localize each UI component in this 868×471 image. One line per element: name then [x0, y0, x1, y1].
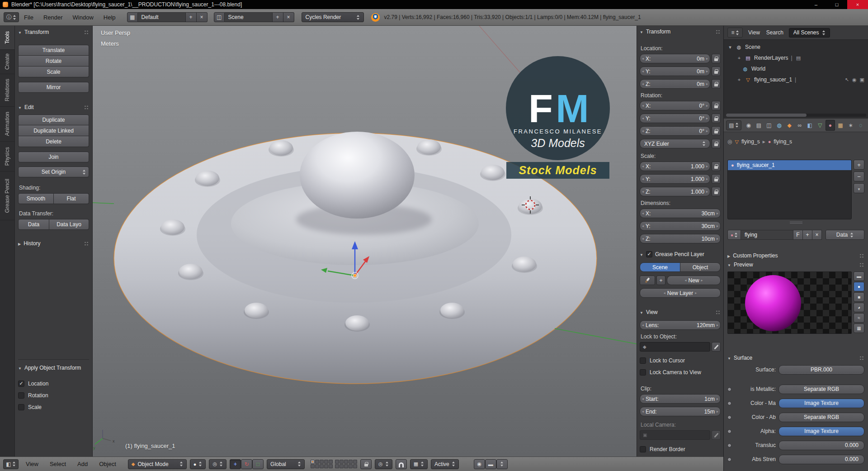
tab-animation[interactable]: Animation [0, 107, 14, 142]
tab-render[interactable]: ◉ [744, 120, 754, 131]
mode-dropdown[interactable]: ◆ Object Mode [128, 459, 187, 469]
tab-object[interactable]: ◆ [784, 120, 794, 131]
breadcrumb-object[interactable]: flying_s [741, 138, 760, 145]
browse-material-button[interactable]: ● [727, 230, 741, 240]
eyedropper-button[interactable] [712, 430, 721, 440]
scale-z-field[interactable]: Z:1.000 [640, 187, 710, 196]
tab-tools[interactable]: Tools [0, 26, 14, 50]
shade-flat-button[interactable]: Flat [54, 193, 89, 204]
manipulator-rotate-toggle[interactable]: ↻ [241, 459, 252, 469]
tab-physics[interactable]: Physics [0, 142, 14, 171]
dimension-z-field[interactable]: Z:10cm [640, 234, 721, 243]
scale-x-field[interactable]: X:1.000 [640, 162, 710, 171]
outliner-menu-search[interactable]: Search [765, 29, 784, 36]
grease-pencil-panel-header[interactable]: Grease Pencil Layer [640, 250, 721, 259]
menu-add[interactable]: Add [73, 461, 92, 467]
apply-scale-checkbox[interactable] [18, 404, 24, 410]
mirror-button[interactable]: Mirror [18, 82, 89, 93]
preview-cube-button[interactable]: ■ [854, 292, 864, 302]
clip-end-field[interactable]: End:15m [640, 407, 721, 416]
remove-slot-button[interactable]: − [854, 171, 864, 181]
lock-icon-button[interactable] [712, 79, 721, 89]
tab-create[interactable]: Create [0, 50, 14, 74]
tab-physics[interactable]: ◌ [856, 120, 866, 131]
lock-icon-button[interactable] [712, 101, 721, 110]
rotation-x-field[interactable]: X:0° [640, 101, 710, 110]
opengl-render-image-button[interactable]: ◉ [474, 459, 485, 469]
scale-button[interactable]: Scale [18, 67, 89, 77]
menu-view[interactable]: View [22, 461, 42, 467]
data-layout-transfer-button[interactable]: Data Layo [49, 219, 89, 230]
render-engine-dropdown[interactable]: Cycles Render [302, 12, 364, 22]
snap-target-dropdown[interactable]: Active [431, 459, 459, 469]
shade-smooth-button[interactable]: Smooth [18, 193, 54, 204]
expand-icon[interactable]: + [736, 55, 742, 61]
apply-location-checkbox[interactable] [18, 381, 24, 387]
lock-icon-button[interactable] [712, 139, 721, 148]
layers-group-1[interactable] [311, 460, 333, 468]
slot-specials-button[interactable] [854, 183, 864, 193]
scene-name-field[interactable]: Scene [225, 12, 273, 22]
layout-name-field[interactable]: Default [138, 12, 186, 22]
dimension-y-field[interactable]: Y:30cm [640, 221, 721, 231]
outliner-item-scene[interactable]: ▾ ◍ Scene [727, 42, 868, 52]
layout-browse-button[interactable]: ▦ [127, 12, 138, 22]
apply-rotation-checkbox[interactable] [18, 392, 24, 399]
location-x-field[interactable]: X:0m [640, 54, 710, 63]
lock-icon-button[interactable] [712, 187, 721, 196]
lock-to-cursor-checkbox[interactable] [640, 357, 646, 364]
tab-texture[interactable]: ▦ [835, 120, 845, 131]
menu-object[interactable]: Object [95, 461, 120, 467]
new-material-button[interactable]: + [803, 230, 812, 240]
tab-world[interactable]: ◍ [774, 120, 784, 131]
view-panel-header[interactable]: View [640, 308, 721, 317]
gp-scene-toggle[interactable]: Scene [640, 262, 680, 272]
lock-icon-button[interactable] [712, 174, 721, 184]
eyedropper-button[interactable] [712, 342, 721, 352]
outliner-item-flying-saucer[interactable]: + ▽ flying_saucer_1 | ↖ ◉ ▣ [727, 74, 868, 85]
menu-window[interactable]: Window [68, 14, 99, 21]
manipulator-scale-toggle[interactable]: □ [252, 459, 264, 469]
custom-properties-panel-header[interactable]: Custom Properties [727, 251, 864, 260]
outliner-editor-button[interactable]: ≡ [727, 28, 743, 38]
color-ab-input[interactable]: Separate RGB [778, 413, 864, 422]
pivot-point-dropdown[interactable]: ◎ [209, 459, 226, 469]
scene-add-button[interactable]: + [273, 12, 283, 22]
lock-icon-button[interactable] [712, 54, 721, 63]
tab-relations[interactable]: Relations [0, 74, 14, 107]
scale-y-field[interactable]: Y:1.000 [640, 174, 710, 184]
preview-monkey-button[interactable]: ◕ [854, 303, 864, 312]
menu-file[interactable]: File [19, 14, 38, 21]
selectable-toggle-icon[interactable]: ↖ [845, 77, 849, 83]
apply-panel-header[interactable]: Apply Object Transform [18, 363, 89, 372]
tab-constraints[interactable]: ∞ [795, 120, 805, 131]
render-options-dropdown[interactable] [496, 459, 508, 469]
snap-element-dropdown[interactable]: ▦ [410, 459, 428, 469]
dimension-x-field[interactable]: X:30cm [640, 209, 721, 218]
location-y-field[interactable]: Y:0m [640, 67, 710, 76]
transform-orientation-dropdown[interactable]: Global [267, 459, 305, 469]
lens-field[interactable]: Lens:120mm [640, 320, 721, 330]
scene-delete-button[interactable]: × [283, 12, 294, 22]
lock-object-field[interactable]: ◆ [640, 342, 710, 352]
scrollbar-thumb[interactable] [726, 114, 807, 117]
transform-panel-header[interactable]: Transform [640, 27, 721, 36]
rotate-button[interactable]: Rotate [18, 56, 89, 67]
gp-brush-button[interactable] [640, 276, 655, 285]
gp-object-toggle[interactable]: Object [680, 262, 721, 272]
surface-shader-dropdown[interactable]: PBR.000 [778, 365, 864, 375]
rotation-y-field[interactable]: Y:0° [640, 114, 710, 123]
outliner-display-dropdown[interactable]: All Scenes [789, 28, 830, 38]
preview-flat-button[interactable]: ▬ [854, 271, 864, 281]
lock-icon-button[interactable] [712, 114, 721, 123]
duplicate-linked-button[interactable]: Duplicate Linked [18, 125, 89, 136]
fake-user-button[interactable]: F [793, 230, 803, 240]
tab-grease-pencil[interactable]: Grease Pencil [0, 171, 14, 220]
tab-render-layers[interactable]: ▤ [754, 120, 764, 131]
data-transfer-button[interactable]: Data [18, 219, 49, 230]
outliner-scrollbar[interactable] [726, 114, 866, 117]
expand-icon[interactable]: + [736, 77, 742, 82]
link-data-dropdown[interactable]: Data [826, 230, 864, 240]
snap-toggle[interactable] [396, 459, 407, 469]
layout-delete-button[interactable]: × [197, 12, 208, 22]
